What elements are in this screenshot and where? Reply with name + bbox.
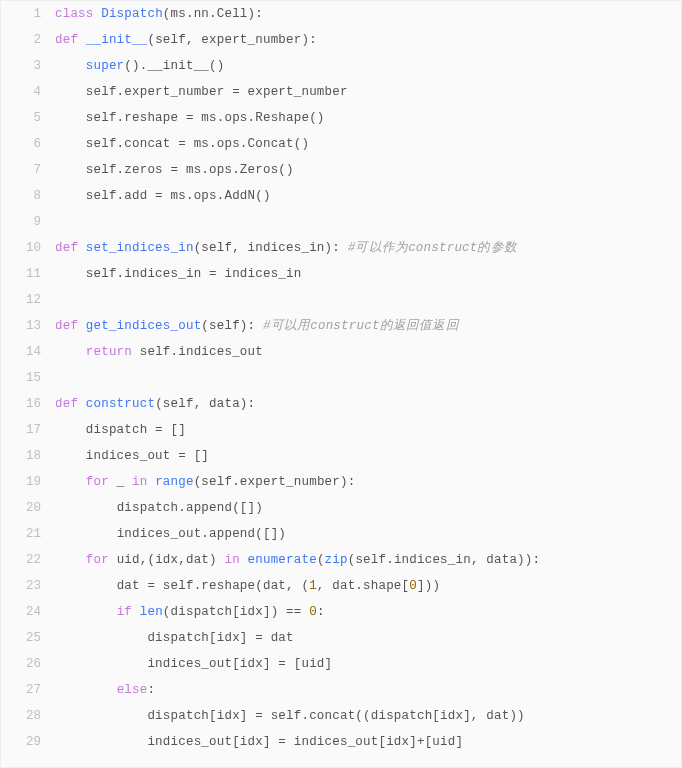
code-content: indices_out[idx] = [uid]	[55, 651, 681, 677]
indent	[55, 163, 86, 177]
indent	[55, 501, 117, 515]
code-content: class Dispatch(ms.nn.Cell):	[55, 1, 681, 27]
code-line: 25 dispatch[idx] = dat	[1, 625, 681, 651]
code-line: 13def get_indices_out(self): #可以用constru…	[1, 313, 681, 339]
code-token: (	[317, 553, 325, 567]
line-number: 10	[1, 235, 55, 261]
line-number: 15	[1, 365, 55, 391]
code-line: 3 super().__init__()	[1, 53, 681, 79]
code-content: def construct(self, data):	[55, 391, 681, 417]
indent	[55, 657, 147, 671]
code-token: enumerate	[248, 553, 317, 567]
line-number: 23	[1, 573, 55, 599]
code-content: if len(dispatch[idx]) == 0:	[55, 599, 681, 625]
code-line: 1class Dispatch(ms.nn.Cell):	[1, 1, 681, 27]
code-token: in	[132, 475, 155, 489]
line-number: 24	[1, 599, 55, 625]
code-token: dat = self.reshape(dat, (	[117, 579, 310, 593]
code-token: (self, data):	[155, 397, 255, 411]
code-token: uid,(idx,dat)	[117, 553, 225, 567]
indent	[55, 553, 86, 567]
code-token: 0	[309, 605, 317, 619]
code-token: def	[55, 33, 86, 47]
code-line: 20 dispatch.append([])	[1, 495, 681, 521]
code-token: (self, indices_in):	[194, 241, 348, 255]
code-token: else	[117, 683, 148, 697]
code-token: set_indices_in	[86, 241, 194, 255]
indent	[55, 189, 86, 203]
line-number: 8	[1, 183, 55, 209]
line-number: 12	[1, 287, 55, 313]
code-line: 21 indices_out.append([])	[1, 521, 681, 547]
code-line: 29 indices_out[idx] = indices_out[idx]+[…	[1, 729, 681, 755]
line-number: 4	[1, 79, 55, 105]
code-content: indices_out = []	[55, 443, 681, 469]
indent	[55, 85, 86, 99]
code-line: 15	[1, 365, 681, 391]
code-line: 10def set_indices_in(self, indices_in): …	[1, 235, 681, 261]
code-content: self.indices_in = indices_in	[55, 261, 681, 287]
code-line: 2def __init__(self, expert_number):	[1, 27, 681, 53]
code-token: #可以作为construct的参数	[348, 241, 517, 255]
code-content: dispatch[idx] = dat	[55, 625, 681, 651]
indent	[55, 735, 147, 749]
indent	[55, 475, 86, 489]
code-content: indices_out.append([])	[55, 521, 681, 547]
code-token: class	[55, 7, 101, 21]
code-token: self.indices_out	[140, 345, 263, 359]
code-token: Dispatch	[101, 7, 163, 21]
code-token: self.zeros = ms.ops.Zeros()	[86, 163, 294, 177]
indent	[55, 137, 86, 151]
code-line: 12	[1, 287, 681, 313]
code-token: dispatch[idx] = self.concat((dispatch[id…	[147, 709, 524, 723]
line-number: 20	[1, 495, 55, 521]
code-token: ]))	[417, 579, 440, 593]
line-number: 29	[1, 729, 55, 755]
code-token: len	[140, 605, 163, 619]
code-line: 4 self.expert_number = expert_number	[1, 79, 681, 105]
code-block: 1class Dispatch(ms.nn.Cell):2def __init_…	[0, 0, 682, 768]
code-content: dat = self.reshape(dat, (1, dat.shape[0]…	[55, 573, 681, 599]
code-content: dispatch[idx] = self.concat((dispatch[id…	[55, 703, 681, 729]
code-token: dispatch = []	[86, 423, 186, 437]
code-token: self.add = ms.ops.AddN()	[86, 189, 271, 203]
code-content: for uid,(idx,dat) in enumerate(zip(self.…	[55, 547, 681, 573]
code-content: self.concat = ms.ops.Concat()	[55, 131, 681, 157]
code-token: for	[86, 475, 117, 489]
line-number: 18	[1, 443, 55, 469]
code-token: construct	[86, 397, 155, 411]
indent	[55, 579, 117, 593]
code-token: self.indices_in = indices_in	[86, 267, 302, 281]
code-line: 18 indices_out = []	[1, 443, 681, 469]
line-number: 19	[1, 469, 55, 495]
code-token: (self, expert_number):	[147, 33, 316, 47]
line-number: 2	[1, 27, 55, 53]
code-line: 17 dispatch = []	[1, 417, 681, 443]
code-content: return self.indices_out	[55, 339, 681, 365]
code-line: 14 return self.indices_out	[1, 339, 681, 365]
indent	[55, 605, 117, 619]
code-token: dispatch.append([])	[117, 501, 263, 515]
line-number: 16	[1, 391, 55, 417]
code-token: indices_out[idx] = indices_out[idx]+[uid…	[147, 735, 463, 749]
line-number: 17	[1, 417, 55, 443]
code-token: range	[155, 475, 194, 489]
line-number: 3	[1, 53, 55, 79]
code-content: else:	[55, 677, 681, 703]
line-number: 9	[1, 209, 55, 235]
code-content: dispatch.append([])	[55, 495, 681, 521]
line-number: 27	[1, 677, 55, 703]
code-token: :	[317, 605, 325, 619]
code-token: return	[86, 345, 140, 359]
code-token: _	[117, 475, 132, 489]
code-token: dispatch[idx] = dat	[147, 631, 293, 645]
code-content: dispatch = []	[55, 417, 681, 443]
code-token: def	[55, 241, 86, 255]
code-token: , dat.shape[	[317, 579, 409, 593]
code-token: super	[86, 59, 125, 73]
code-token: (ms.nn.Cell):	[163, 7, 263, 21]
indent	[55, 631, 147, 645]
code-line: 26 indices_out[idx] = [uid]	[1, 651, 681, 677]
code-token: #可以用construct的返回值返回	[263, 319, 459, 333]
code-token: :	[147, 683, 155, 697]
